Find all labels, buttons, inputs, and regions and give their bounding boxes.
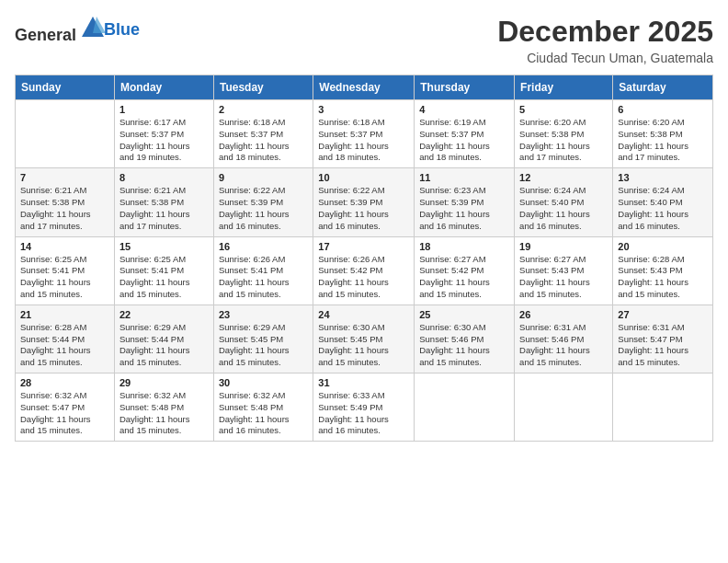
day-number: 23 — [219, 309, 308, 320]
calendar-cell: 9Sunrise: 6:22 AM Sunset: 5:39 PM Daylig… — [213, 168, 313, 236]
calendar-week-row: 21Sunrise: 6:28 AM Sunset: 5:44 PM Dayli… — [16, 304, 713, 373]
main-title: December 2025 — [497, 15, 713, 49]
weekday-header: Friday — [515, 75, 613, 100]
day-number: 7 — [20, 172, 109, 183]
day-info: Sunrise: 6:32 AM Sunset: 5:47 PM Dayligh… — [20, 390, 109, 437]
day-number: 14 — [20, 241, 109, 252]
day-number: 18 — [419, 241, 509, 252]
day-number: 13 — [618, 172, 708, 183]
day-info: Sunrise: 6:21 AM Sunset: 5:38 PM Dayligh… — [20, 185, 109, 232]
day-info: Sunrise: 6:27 AM Sunset: 5:42 PM Dayligh… — [419, 254, 509, 301]
day-info: Sunrise: 6:19 AM Sunset: 5:37 PM Dayligh… — [419, 117, 509, 164]
day-info: Sunrise: 6:24 AM Sunset: 5:40 PM Dayligh… — [519, 185, 608, 232]
day-number: 10 — [318, 172, 409, 183]
calendar-cell: 13Sunrise: 6:24 AM Sunset: 5:40 PM Dayli… — [613, 168, 713, 236]
calendar-cell: 22Sunrise: 6:29 AM Sunset: 5:44 PM Dayli… — [114, 304, 213, 373]
calendar-cell — [613, 373, 713, 442]
calendar-cell: 4Sunrise: 6:19 AM Sunset: 5:37 PM Daylig… — [415, 100, 515, 168]
calendar-cell: 26Sunrise: 6:31 AM Sunset: 5:46 PM Dayli… — [515, 304, 613, 373]
day-info: Sunrise: 6:27 AM Sunset: 5:43 PM Dayligh… — [519, 254, 608, 301]
day-number: 11 — [419, 172, 509, 183]
calendar-cell: 18Sunrise: 6:27 AM Sunset: 5:42 PM Dayli… — [415, 236, 515, 304]
day-number: 20 — [618, 241, 708, 252]
day-number: 24 — [318, 309, 409, 320]
calendar-week-row: 28Sunrise: 6:32 AM Sunset: 5:47 PM Dayli… — [16, 373, 713, 442]
day-number: 22 — [119, 309, 209, 320]
day-number: 12 — [519, 172, 608, 183]
day-number: 29 — [119, 377, 209, 388]
day-info: Sunrise: 6:30 AM Sunset: 5:46 PM Dayligh… — [419, 322, 509, 369]
day-info: Sunrise: 6:23 AM Sunset: 5:39 PM Dayligh… — [419, 185, 509, 232]
day-info: Sunrise: 6:26 AM Sunset: 5:41 PM Dayligh… — [219, 254, 308, 301]
calendar-cell: 7Sunrise: 6:21 AM Sunset: 5:38 PM Daylig… — [16, 168, 115, 236]
day-number: 6 — [618, 104, 708, 115]
calendar-week-row: 7Sunrise: 6:21 AM Sunset: 5:38 PM Daylig… — [16, 168, 713, 236]
day-info: Sunrise: 6:31 AM Sunset: 5:47 PM Dayligh… — [618, 322, 708, 369]
weekday-header: Sunday — [16, 75, 115, 100]
day-number: 4 — [419, 104, 509, 115]
day-number: 28 — [20, 377, 109, 388]
calendar: SundayMondayTuesdayWednesdayThursdayFrid… — [15, 75, 713, 442]
subtitle: Ciudad Tecun Uman, Guatemala — [497, 51, 713, 65]
day-number: 26 — [519, 309, 608, 320]
day-number: 25 — [419, 309, 509, 320]
calendar-cell — [415, 373, 515, 442]
calendar-cell: 21Sunrise: 6:28 AM Sunset: 5:44 PM Dayli… — [16, 304, 115, 373]
day-number: 3 — [318, 104, 409, 115]
day-number: 30 — [219, 377, 308, 388]
weekday-header: Tuesday — [213, 75, 313, 100]
calendar-cell: 2Sunrise: 6:18 AM Sunset: 5:37 PM Daylig… — [213, 100, 313, 168]
calendar-cell: 6Sunrise: 6:20 AM Sunset: 5:38 PM Daylig… — [613, 100, 713, 168]
day-number: 16 — [219, 241, 308, 252]
weekday-header: Saturday — [613, 75, 713, 100]
calendar-cell: 29Sunrise: 6:32 AM Sunset: 5:48 PM Dayli… — [114, 373, 213, 442]
calendar-cell: 25Sunrise: 6:30 AM Sunset: 5:46 PM Dayli… — [415, 304, 515, 373]
title-area: December 2025 Ciudad Tecun Uman, Guatema… — [497, 15, 713, 65]
day-number: 21 — [20, 309, 109, 320]
day-info: Sunrise: 6:22 AM Sunset: 5:39 PM Dayligh… — [318, 185, 409, 232]
day-info: Sunrise: 6:28 AM Sunset: 5:43 PM Dayligh… — [618, 254, 708, 301]
calendar-cell: 5Sunrise: 6:20 AM Sunset: 5:38 PM Daylig… — [515, 100, 613, 168]
day-info: Sunrise: 6:17 AM Sunset: 5:37 PM Dayligh… — [119, 117, 209, 164]
calendar-cell: 19Sunrise: 6:27 AM Sunset: 5:43 PM Dayli… — [515, 236, 613, 304]
logo-blue: Blue — [104, 20, 140, 39]
calendar-cell: 1Sunrise: 6:17 AM Sunset: 5:37 PM Daylig… — [114, 100, 213, 168]
day-info: Sunrise: 6:22 AM Sunset: 5:39 PM Dayligh… — [219, 185, 308, 232]
day-info: Sunrise: 6:25 AM Sunset: 5:41 PM Dayligh… — [119, 254, 209, 301]
day-info: Sunrise: 6:32 AM Sunset: 5:48 PM Dayligh… — [119, 390, 209, 437]
weekday-header: Wednesday — [313, 75, 415, 100]
calendar-cell: 28Sunrise: 6:32 AM Sunset: 5:47 PM Dayli… — [16, 373, 115, 442]
calendar-cell — [515, 373, 613, 442]
calendar-cell: 20Sunrise: 6:28 AM Sunset: 5:43 PM Dayli… — [613, 236, 713, 304]
day-info: Sunrise: 6:29 AM Sunset: 5:45 PM Dayligh… — [219, 322, 308, 369]
day-number: 15 — [119, 241, 209, 252]
calendar-cell: 16Sunrise: 6:26 AM Sunset: 5:41 PM Dayli… — [213, 236, 313, 304]
day-info: Sunrise: 6:28 AM Sunset: 5:44 PM Dayligh… — [20, 322, 109, 369]
day-info: Sunrise: 6:26 AM Sunset: 5:42 PM Dayligh… — [318, 254, 409, 301]
day-info: Sunrise: 6:32 AM Sunset: 5:48 PM Dayligh… — [219, 390, 308, 437]
calendar-cell: 15Sunrise: 6:25 AM Sunset: 5:41 PM Dayli… — [114, 236, 213, 304]
logo: General Blue — [15, 15, 140, 45]
day-number: 9 — [219, 172, 308, 183]
calendar-cell: 27Sunrise: 6:31 AM Sunset: 5:47 PM Dayli… — [613, 304, 713, 373]
calendar-week-row: 14Sunrise: 6:25 AM Sunset: 5:41 PM Dayli… — [16, 236, 713, 304]
day-info: Sunrise: 6:25 AM Sunset: 5:41 PM Dayligh… — [20, 254, 109, 301]
calendar-cell: 24Sunrise: 6:30 AM Sunset: 5:45 PM Dayli… — [313, 304, 415, 373]
calendar-cell: 3Sunrise: 6:18 AM Sunset: 5:37 PM Daylig… — [313, 100, 415, 168]
day-info: Sunrise: 6:31 AM Sunset: 5:46 PM Dayligh… — [519, 322, 608, 369]
day-info: Sunrise: 6:20 AM Sunset: 5:38 PM Dayligh… — [519, 117, 608, 164]
calendar-header-row: SundayMondayTuesdayWednesdayThursdayFrid… — [16, 75, 713, 100]
day-number: 31 — [318, 377, 409, 388]
day-info: Sunrise: 6:18 AM Sunset: 5:37 PM Dayligh… — [318, 117, 409, 164]
calendar-cell: 10Sunrise: 6:22 AM Sunset: 5:39 PM Dayli… — [313, 168, 415, 236]
calendar-cell: 11Sunrise: 6:23 AM Sunset: 5:39 PM Dayli… — [415, 168, 515, 236]
weekday-header: Monday — [114, 75, 213, 100]
day-info: Sunrise: 6:18 AM Sunset: 5:37 PM Dayligh… — [219, 117, 308, 164]
day-number: 17 — [318, 241, 409, 252]
calendar-cell: 23Sunrise: 6:29 AM Sunset: 5:45 PM Dayli… — [213, 304, 313, 373]
weekday-header: Thursday — [415, 75, 515, 100]
day-number: 27 — [618, 309, 708, 320]
day-number: 2 — [219, 104, 308, 115]
logo-icon — [80, 15, 106, 40]
day-info: Sunrise: 6:24 AM Sunset: 5:40 PM Dayligh… — [618, 185, 708, 232]
